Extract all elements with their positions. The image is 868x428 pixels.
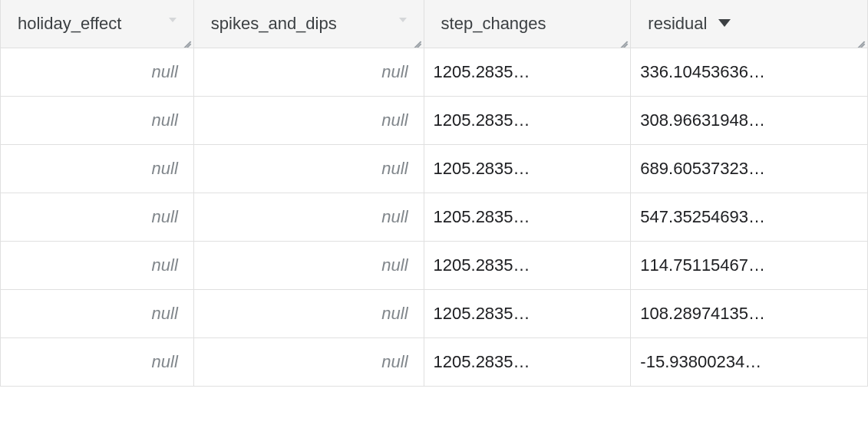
- resize-handle-icon[interactable]: [409, 33, 421, 45]
- cell-step-changes[interactable]: 1205.2835…: [424, 290, 631, 338]
- header-row: holiday_effect spikes_and_dips step_chan…: [1, 0, 868, 48]
- table-row: null null 1205.2835… 336.10453636…: [1, 48, 868, 97]
- cell-spikes-and-dips[interactable]: null: [193, 145, 424, 193]
- cell-step-changes[interactable]: 1205.2835…: [424, 48, 631, 97]
- table-row: null null 1205.2835… -15.93800234…: [1, 338, 868, 387]
- cell-step-changes[interactable]: 1205.2835…: [424, 97, 631, 145]
- cell-spikes-and-dips[interactable]: null: [193, 97, 424, 145]
- cell-holiday-effect[interactable]: null: [1, 193, 194, 242]
- cell-holiday-effect[interactable]: null: [1, 48, 194, 97]
- table-row: null null 1205.2835… 689.60537323…: [1, 145, 868, 193]
- cell-holiday-effect[interactable]: null: [1, 97, 194, 145]
- table-row: null null 1205.2835… 108.28974135…: [1, 290, 868, 338]
- cell-spikes-and-dips[interactable]: null: [193, 48, 424, 97]
- cell-holiday-effect[interactable]: null: [1, 145, 194, 193]
- cell-step-changes[interactable]: 1205.2835…: [424, 193, 631, 242]
- resize-handle-icon[interactable]: [179, 33, 191, 45]
- cell-step-changes[interactable]: 1205.2835…: [424, 242, 631, 290]
- cell-step-changes[interactable]: 1205.2835…: [424, 145, 631, 193]
- sort-desc-icon: [718, 19, 731, 27]
- resize-handle-icon[interactable]: [853, 33, 865, 45]
- cell-spikes-and-dips[interactable]: null: [193, 242, 424, 290]
- column-header-residual[interactable]: residual: [631, 0, 868, 48]
- chevron-down-icon: [169, 18, 177, 22]
- cell-holiday-effect[interactable]: null: [1, 338, 194, 387]
- table-row: null null 1205.2835… 308.96631948…: [1, 97, 868, 145]
- cell-spikes-and-dips[interactable]: null: [193, 290, 424, 338]
- column-header-holiday-effect[interactable]: holiday_effect: [1, 0, 194, 48]
- column-header-spikes-and-dips[interactable]: spikes_and_dips: [193, 0, 424, 48]
- cell-residual[interactable]: 547.35254693…: [631, 193, 868, 242]
- cell-residual[interactable]: -15.93800234…: [631, 338, 868, 387]
- cell-residual[interactable]: 689.60537323…: [631, 145, 868, 193]
- cell-residual[interactable]: 108.28974135…: [631, 290, 868, 338]
- cell-spikes-and-dips[interactable]: null: [193, 338, 424, 387]
- resize-handle-icon[interactable]: [616, 33, 628, 45]
- column-label: holiday_effect: [18, 14, 121, 33]
- table-row: null null 1205.2835… 547.35254693…: [1, 193, 868, 242]
- cell-holiday-effect[interactable]: null: [1, 242, 194, 290]
- cell-residual[interactable]: 336.10453636…: [631, 48, 868, 97]
- chevron-down-icon: [399, 18, 407, 22]
- column-label: spikes_and_dips: [211, 14, 337, 33]
- cell-holiday-effect[interactable]: null: [1, 290, 194, 338]
- column-label: step_changes: [441, 14, 546, 33]
- cell-residual[interactable]: 114.75115467…: [631, 242, 868, 290]
- column-label: residual: [648, 14, 707, 33]
- results-table: holiday_effect spikes_and_dips step_chan…: [0, 0, 868, 387]
- table-row: null null 1205.2835… 114.75115467…: [1, 242, 868, 290]
- cell-spikes-and-dips[interactable]: null: [193, 193, 424, 242]
- cell-residual[interactable]: 308.96631948…: [631, 97, 868, 145]
- table-body: null null 1205.2835… 336.10453636… null …: [1, 48, 868, 387]
- column-header-step-changes[interactable]: step_changes: [424, 0, 631, 48]
- cell-step-changes[interactable]: 1205.2835…: [424, 338, 631, 387]
